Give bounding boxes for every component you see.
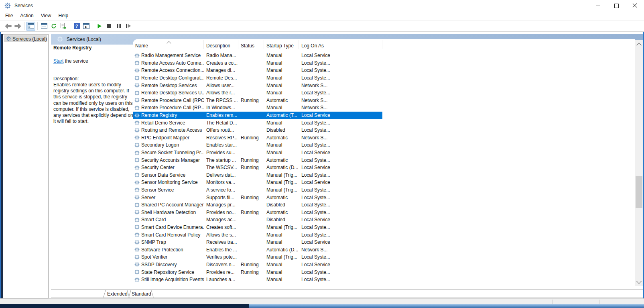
table-row[interactable]: Smart Card Removal PolicyAllows the s...… [133,231,382,239]
cell-description: Allows user... [204,83,238,88]
cell-startup-type: Manual [264,269,299,275]
toolbar-separator [70,22,70,30]
vertical-scrollbar[interactable] [635,40,643,286]
table-row[interactable]: Retail Demo ServiceThe Retail D...Manual… [133,119,382,126]
cell-description: The WSCSV... [204,165,238,170]
service-gear-icon [134,240,140,245]
table-row[interactable]: Shell Hardware DetectionProvides no...Ru… [133,208,382,216]
cell-name: Secure Socket Tunneling Pr... [133,150,204,155]
table-row[interactable]: Remote Access Auto Conne...Creates a co.… [133,59,382,67]
menu-view[interactable]: View [37,12,55,19]
table-row[interactable]: Sensor Data ServiceDelivers dat...Manual… [133,171,382,179]
table-row[interactable]: ServerSupports fil...RunningAutomaticLoc… [133,194,382,201]
cell-log-on-as: Network S... [299,83,382,88]
scrollbar-thumb[interactable] [636,176,642,208]
cell-description: Offers routi... [204,127,238,133]
table-row[interactable]: Remote RegistryEnables rem...Automatic (… [133,112,382,119]
menu-help[interactable]: Help [55,12,72,19]
tab-standard[interactable]: Standard [132,291,151,297]
service-gear-icon [134,172,140,177]
cell-startup-type: Manual [264,53,299,58]
service-gear-icon [134,262,140,267]
menu-bar: File Action View Help [0,11,644,20]
table-row[interactable]: Security Accounts ManagerThe startup ...… [133,156,382,164]
minimize-button[interactable] [589,0,607,11]
table-row[interactable]: Remote Desktop ServicesAllows user...Man… [133,82,382,89]
table-row[interactable]: Secure Socket Tunneling Pr...Provides su… [133,149,382,157]
cell-log-on-as: Local Service [299,239,382,245]
export-list-button[interactable] [59,22,68,31]
table-row[interactable]: State Repository ServiceProvides re...Ru… [133,268,382,276]
properties-icon [41,23,47,29]
table-row[interactable]: Security CenterThe WSCSV...RunningAutoma… [133,164,382,171]
back-button[interactable] [4,22,12,31]
cell-name: Sensor Service [133,187,204,193]
show-console-tree-button[interactable] [26,22,35,31]
column-header-startup-type[interactable]: Startup Type [264,40,299,49]
table-row[interactable]: Routing and Remote AccessOffers routi...… [133,126,382,134]
table-row[interactable]: Remote Procedure Call (RPC)The RPCSS ...… [133,97,382,104]
list-header-row: Name Description Status Startup Type Log… [133,40,382,51]
forward-button[interactable] [13,22,22,31]
table-row[interactable]: Remote Access Connection...Manages di...… [133,67,382,74]
start-service-link[interactable]: Start [53,58,63,64]
table-row[interactable]: SNMP TrapReceives tra...ManualLocal Serv… [133,239,382,246]
cell-description: Manages pr... [204,202,238,208]
cell-description: Creates a co... [204,60,238,66]
column-header-name[interactable]: Name [133,40,204,49]
column-header-status[interactable]: Status [238,40,264,49]
show-action-pane-button[interactable] [82,22,91,31]
cell-description: Receives tra... [204,239,238,245]
services-table-body: Radio Management ServiceRadio Mana...Man… [133,52,382,283]
cell-log-on-as: Local Syste... [299,269,382,275]
service-gear-icon [134,83,140,88]
table-row[interactable]: SSDP DiscoveryDiscovers n...RunningManua… [133,261,382,269]
maximize-button[interactable] [607,0,626,11]
cell-description: Radio Mana... [204,53,238,58]
table-row[interactable]: Sensor Monitoring ServiceMonitors va...M… [133,179,382,186]
service-gear-icon [134,120,140,125]
sidebar-item-services-local[interactable]: Services (Local) [4,35,47,42]
pause-service-button[interactable] [114,22,123,31]
cell-status: Running [238,135,264,141]
table-row[interactable]: Smart Card Device Enumera...Creates soft… [133,224,382,231]
menu-action[interactable]: Action [16,12,37,19]
tab-extended[interactable]: Extended [107,291,128,297]
cell-startup-type: Automatic (D... [264,165,299,170]
column-header-description[interactable]: Description [204,40,238,49]
properties-button[interactable] [40,22,49,31]
cell-startup-type: Automatic [264,157,299,163]
cell-startup-type: Manual (Trig... [264,172,299,178]
restart-service-button[interactable] [124,22,133,31]
table-row[interactable]: Spot VerifierVerifies pote...Manual (Tri… [133,253,382,261]
cell-name: Secondary Logon [133,142,204,148]
scroll-down-icon[interactable] [636,279,642,284]
help-button[interactable]: ? [72,22,81,31]
close-button[interactable] [626,0,644,11]
refresh-button[interactable] [49,22,58,31]
service-gear-icon [134,60,140,65]
table-row[interactable]: RPC Endpoint MapperResolves RP...Running… [133,134,382,142]
show-action-pane-icon [83,23,89,29]
table-row[interactable]: Software ProtectionEnables the ...Automa… [133,246,382,253]
column-header-log-on-as[interactable]: Log On As [299,40,382,49]
cell-log-on-as: Local Syste... [299,142,382,148]
cell-startup-type: Automatic [264,210,299,215]
service-gear-icon [134,53,140,58]
scroll-up-icon[interactable] [636,43,642,48]
table-row[interactable]: Remote Desktop Configurat...Remote Des..… [133,74,382,82]
menu-file[interactable]: File [2,12,16,19]
table-row[interactable]: Secondary LogonEnables star...ManualLoca… [133,141,382,149]
start-service-button[interactable] [95,22,104,31]
table-row[interactable]: Smart CardManages ac...DisabledLocal Ser… [133,216,382,224]
cell-startup-type: Manual (Trig... [264,224,299,230]
stop-service-button[interactable] [105,22,114,31]
table-row[interactable]: Remote Procedure Call (RP...In Windows..… [133,104,382,112]
table-row[interactable]: Sensor ServiceA service fo...Manual (Tri… [133,186,382,194]
table-row[interactable]: Remote Desktop Services U...Allows the r… [133,89,382,97]
cell-name: Shared PC Account Manager [133,202,204,208]
table-row[interactable]: Shared PC Account ManagerManages pr...Di… [133,201,382,209]
table-row[interactable]: Still Image Acquisition EventsLaunches a… [133,276,382,284]
service-gear-icon [134,143,140,148]
table-row[interactable]: Radio Management ServiceRadio Mana...Man… [133,52,382,59]
